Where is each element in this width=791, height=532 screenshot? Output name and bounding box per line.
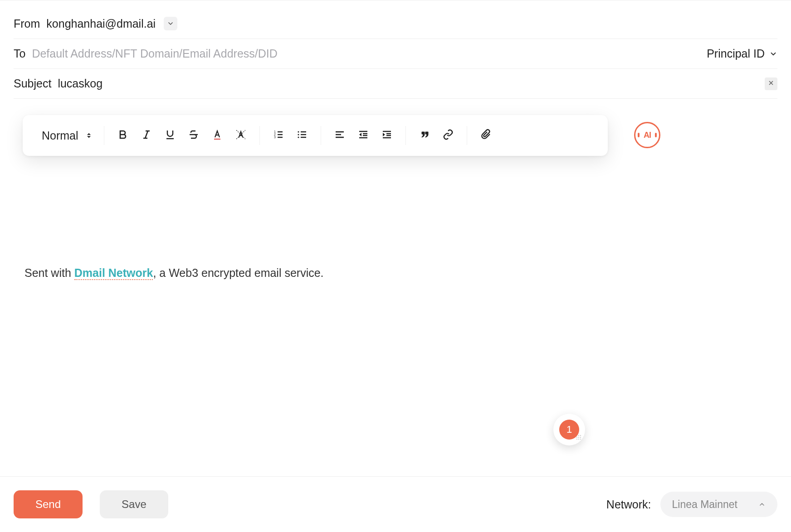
svg-point-44 (580, 439, 581, 440)
subject-input[interactable] (58, 77, 765, 90)
bold-button[interactable] (116, 129, 130, 142)
align-icon (334, 129, 345, 142)
ordered-list-button[interactable]: 123 (272, 129, 285, 142)
indent-icon (381, 129, 392, 142)
save-button[interactable]: Save (100, 490, 168, 518)
ordered-list-icon: 123 (273, 129, 284, 142)
from-dropdown[interactable] (164, 17, 177, 30)
italic-icon (141, 129, 152, 142)
format-toolbar: Normal (23, 115, 608, 156)
subject-label: Subject (14, 77, 51, 90)
strike-button[interactable] (187, 129, 200, 142)
floating-notification-badge[interactable]: 1 (553, 414, 585, 445)
text-color-icon (212, 129, 223, 142)
chevron-down-icon (167, 20, 174, 27)
unordered-list-button[interactable] (295, 129, 309, 142)
close-icon (768, 79, 774, 88)
subject-row: Subject (14, 69, 777, 99)
signature-pre: Sent with (24, 266, 74, 279)
unordered-list-icon (297, 129, 308, 142)
chevron-up-icon (758, 501, 766, 508)
to-label: To (14, 47, 25, 60)
bold-icon (117, 129, 128, 142)
svg-point-37 (578, 435, 579, 436)
highlight-icon (235, 129, 247, 142)
principal-id-dropdown[interactable]: Principal ID (707, 47, 777, 60)
quote-button[interactable] (418, 129, 431, 142)
underline-icon (165, 129, 176, 142)
dmail-link[interactable]: Dmail Network (74, 266, 153, 280)
quote-icon (419, 129, 430, 142)
from-row: From konghanhai@dmail.ai (14, 9, 777, 39)
italic-button[interactable] (140, 129, 153, 142)
attachment-icon (480, 129, 491, 142)
outdent-button[interactable] (356, 129, 370, 142)
from-email: konghanhai@dmail.ai (46, 17, 156, 30)
drag-handle-icon (576, 434, 581, 442)
highlight-button[interactable] (234, 129, 248, 142)
email-body[interactable]: Sent with Dmail Network, a Web3 encrypte… (23, 156, 768, 282)
svg-line-6 (145, 131, 148, 138)
indent-button[interactable] (380, 129, 394, 142)
svg-text:3: 3 (274, 135, 276, 139)
link-icon (443, 129, 454, 142)
strike-icon (188, 129, 199, 142)
svg-point-42 (576, 439, 577, 440)
link-button[interactable] (441, 129, 455, 142)
svg-point-39 (576, 437, 577, 438)
network-label: Network: (606, 498, 651, 511)
svg-point-22 (298, 134, 299, 135)
ai-label: AI (644, 131, 651, 140)
format-picker[interactable]: Normal (39, 129, 92, 142)
svg-point-38 (580, 435, 581, 436)
principal-id-label: Principal ID (707, 47, 765, 60)
underline-button[interactable] (163, 129, 177, 142)
editor-area: Normal (14, 99, 777, 286)
signature-post: , a Web3 encrypted email service. (153, 266, 323, 279)
svg-marker-31 (359, 133, 361, 136)
svg-marker-36 (383, 133, 385, 136)
attachment-button[interactable] (479, 129, 493, 142)
chevron-down-icon (769, 50, 777, 58)
send-button[interactable]: Send (14, 490, 83, 518)
svg-point-21 (298, 131, 299, 132)
network-value: Linea Mainnet (672, 498, 738, 511)
from-label: From (14, 17, 40, 30)
svg-point-23 (298, 136, 299, 138)
sort-icon (86, 129, 92, 142)
text-color-button[interactable] (210, 129, 224, 142)
outdent-icon (358, 129, 369, 142)
align-button[interactable] (333, 129, 347, 142)
network-picker[interactable]: Linea Mainnet (660, 492, 778, 517)
footer: Send Save Network: Linea Mainnet (0, 476, 791, 532)
svg-marker-2 (87, 133, 90, 135)
to-row: To Principal ID (14, 39, 777, 69)
svg-point-41 (580, 437, 581, 438)
svg-point-40 (578, 437, 579, 438)
network-area: Network: Linea Mainnet (606, 492, 777, 517)
format-label: Normal (42, 129, 78, 142)
clear-subject-button[interactable] (765, 77, 777, 90)
to-input[interactable] (32, 47, 707, 60)
ai-assistant-button[interactable]: AI (634, 122, 660, 148)
svg-point-43 (578, 439, 579, 440)
badge-count: 1 (566, 424, 572, 435)
svg-marker-3 (87, 136, 90, 138)
